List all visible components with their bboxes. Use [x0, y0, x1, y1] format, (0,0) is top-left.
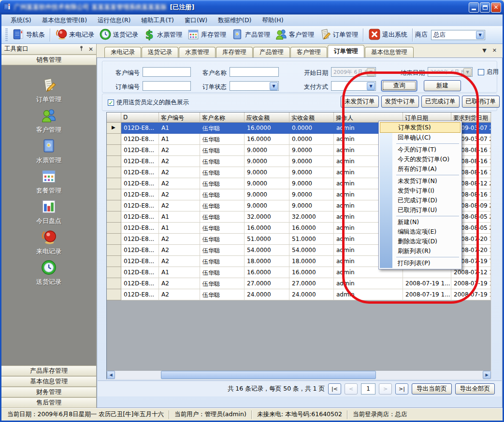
export-all-pages-button[interactable]: 导出全部页: [455, 383, 495, 394]
shipping-orders-button[interactable]: 发货中订单: [381, 96, 419, 108]
menu-item-4[interactable]: 窗口(W): [179, 15, 213, 26]
menu-item-6[interactable]: 帮助(H): [257, 15, 288, 26]
maximize-button[interactable]: [480, 2, 490, 13]
row-selector-cell[interactable]: [107, 134, 121, 145]
context-menu-item-12[interactable]: 新建(N): [380, 217, 461, 227]
tab-delivery-records[interactable]: 送货记录: [142, 47, 178, 57]
toolbar-grip[interactable]: [5, 28, 8, 41]
row-selector-cell[interactable]: [107, 234, 121, 245]
minimize-button[interactable]: [469, 2, 479, 13]
row-selector-cell[interactable]: [107, 223, 121, 234]
start-date-picker[interactable]: 2009年 6月 8日 ▼: [331, 67, 376, 77]
row-selector-cell[interactable]: [107, 256, 121, 267]
page-number-input[interactable]: [361, 383, 375, 394]
row-selector-cell[interactable]: [107, 200, 121, 211]
tab-inventory[interactable]: 库存管理: [216, 47, 253, 57]
grid-header-cell[interactable]: 应收金额: [245, 113, 289, 123]
row-selector-cell[interactable]: [107, 211, 121, 223]
pay-method-select[interactable]: ▼: [331, 81, 376, 91]
tab-call-records[interactable]: 来电记录: [104, 47, 141, 57]
completed-orders-button[interactable]: 已完成订单: [421, 96, 460, 108]
menu-item-5[interactable]: 数据维护(D): [213, 15, 257, 26]
scroll-right-icon[interactable]: ▶: [483, 371, 491, 379]
sidebar-item-call-records[interactable]: 来电记录: [1, 229, 96, 259]
enable-checkbox[interactable]: [478, 69, 484, 75]
first-page-button[interactable]: |<: [328, 383, 341, 394]
context-menu-item-0[interactable]: 订单发货(S): [380, 122, 461, 133]
tool-window-close-icon[interactable]: ✕: [88, 46, 93, 53]
context-menu-item-9[interactable]: 已完成订单(D): [380, 196, 461, 205]
table-row[interactable]: 012D-E8...A2伍华聪27.000027.0000admin2008-0…: [107, 278, 491, 289]
toolbar-delivery-records-button[interactable]: 送货记录: [97, 27, 141, 43]
sidebar-group-sales[interactable]: 销售管理: [1, 55, 96, 65]
tab-order[interactable]: 订单管理: [328, 45, 364, 57]
pin-icon[interactable]: [78, 45, 85, 53]
row-selector-cell[interactable]: [107, 267, 121, 278]
cancelled-orders-button[interactable]: 已取消订单: [462, 96, 500, 108]
grid-header-cell[interactable]: 实收金额: [289, 113, 334, 123]
menu-item-3[interactable]: 辅助工具(T): [136, 15, 179, 26]
context-menu-item-3[interactable]: 今天的订单(T): [380, 145, 461, 155]
grid-header-cell[interactable]: [107, 113, 121, 123]
toolbar-navigation-bar-button[interactable]: 导航条: [10, 27, 47, 43]
context-menu-item-5[interactable]: 所有的订单(A): [380, 164, 461, 174]
end-date-picker[interactable]: 2009年 6月 8日 ▼: [428, 67, 473, 77]
toolbar-call-records-button[interactable]: 来电记录: [53, 27, 97, 43]
sidebar-group-1[interactable]: 基本信息管理: [1, 376, 96, 387]
customer-name-input[interactable]: [230, 67, 279, 77]
toolbar-product-management-button[interactable]: ★产品管理: [229, 27, 273, 43]
toolbar-inventory-management-button[interactable]: 库存管理: [185, 27, 229, 43]
row-selector-cell[interactable]: [107, 245, 121, 256]
context-menu-item-4[interactable]: 今天的发货订单(O): [380, 155, 461, 164]
close-button[interactable]: ✕: [491, 2, 501, 13]
tab-list-chevron-icon[interactable]: ▼: [482, 47, 486, 54]
row-selector-cell[interactable]: [107, 156, 121, 167]
row-selector-cell[interactable]: [107, 289, 121, 300]
order-no-input[interactable]: [143, 81, 191, 91]
menu-item-0[interactable]: 系统(S): [5, 15, 37, 26]
deliveryman-color-checkbox[interactable]: [108, 99, 114, 106]
toolbar-customer-management-button[interactable]: 客户管理: [273, 27, 317, 43]
row-selector-cell[interactable]: [107, 167, 121, 178]
scroll-left-icon[interactable]: ◀: [107, 371, 115, 379]
unshipped-orders-button[interactable]: 未发货订单: [341, 96, 379, 108]
sidebar-item-water-ticket-management[interactable]: ★水票管理: [1, 138, 96, 168]
row-selector-cell[interactable]: [107, 278, 121, 289]
context-menu-item-10[interactable]: 已取消订单(U): [380, 205, 461, 215]
toolbar-water-ticket-management-button[interactable]: $水票管理: [141, 27, 185, 43]
export-current-page-button[interactable]: 导出当前页: [412, 383, 452, 394]
tab-basic-info[interactable]: 基本信息管理: [365, 47, 414, 57]
tab-water-ticket[interactable]: 水票管理: [179, 47, 216, 57]
grid-header-cell[interactable]: D: [121, 113, 159, 123]
tab-close-icon[interactable]: ✕: [492, 47, 497, 54]
sidebar-group-2[interactable]: 财务管理: [1, 387, 96, 397]
tab-customer[interactable]: 客户管理: [290, 47, 327, 57]
toolbar-order-management-button[interactable]: 订单管理: [317, 27, 360, 43]
menu-item-1[interactable]: 基本信息管理(B): [37, 15, 92, 26]
sidebar-item-customer-management[interactable]: 客户管理: [1, 107, 96, 138]
menu-item-2[interactable]: 运行信息(R): [92, 15, 136, 26]
tab-product[interactable]: 产品管理: [253, 47, 290, 57]
sidebar-item-package-management[interactable]: 套餐管理: [1, 168, 96, 198]
query-button[interactable]: 查询: [381, 80, 417, 91]
context-menu-item-8[interactable]: 发货中订单(I): [380, 186, 461, 196]
context-menu-item-17[interactable]: 打印列表(P): [380, 258, 461, 268]
horizontal-scrollbar[interactable]: ◀ ▶: [107, 371, 491, 379]
row-selector-cell[interactable]: [107, 145, 121, 156]
context-menu-item-14[interactable]: 删除选定项(D): [380, 237, 461, 246]
context-menu-item-7[interactable]: 未发货订单(N): [380, 176, 461, 186]
shop-combobox[interactable]: 总店▼: [431, 30, 485, 40]
table-row[interactable]: 012D-E8...A2伍华聪24.000024.0000admin2008-0…: [107, 289, 491, 300]
prev-page-button[interactable]: <: [345, 383, 358, 394]
context-menu-item-15[interactable]: 刷新列表(R): [380, 246, 461, 256]
grid-header-cell[interactable]: 客户名称: [200, 113, 245, 123]
scrollbar-thumb[interactable]: [161, 371, 376, 379]
sidebar-item-delivery-records[interactable]: 送货记录: [1, 259, 96, 290]
sidebar-item-today-inventory[interactable]: 今日盘点: [1, 198, 96, 229]
sidebar-group-3[interactable]: 售后管理: [1, 397, 96, 408]
context-menu-item-1[interactable]: 回单确认(C): [380, 133, 461, 142]
last-page-button[interactable]: >|: [395, 383, 408, 394]
toolbar-exit-system-button[interactable]: 退出系统: [366, 27, 410, 43]
new-button[interactable]: 新建: [424, 80, 461, 91]
order-status-select[interactable]: ▼: [230, 81, 279, 91]
